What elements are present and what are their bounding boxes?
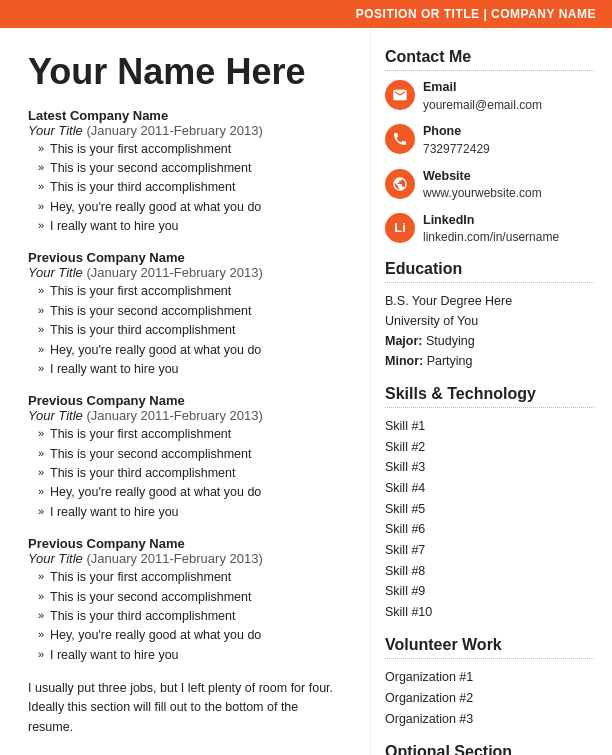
skill-item-8: Skill #9 [385,581,594,602]
skill-item-2: Skill #3 [385,457,594,478]
education-title: Education [385,260,594,278]
contact-value-3: linkedin.com/in/username [423,229,559,246]
contact-details-0: Emailyouremail@email.com [423,79,542,113]
accomplishment-2-2: This is your third accomplishment [40,464,346,483]
accomplishments-1: This is your first accomplishmentThis is… [28,282,346,379]
volunteer-item-1: Organization #2 [385,688,594,709]
education-divider [385,282,594,283]
accomplishment-0-2: This is your third accomplishment [40,178,346,197]
job-date-1: (January 2011-February 2013) [83,265,263,280]
job-title-2: Your Title [28,408,83,423]
job-date-0: (January 2011-February 2013) [83,123,263,138]
contact-item-0: Emailyouremail@email.com [385,79,594,113]
contact-divider [385,70,594,71]
phone-icon [385,124,415,154]
top-bar: POSITION OR TITLE | COMPANY NAME [0,0,612,28]
skill-item-9: Skill #10 [385,602,594,623]
accomplishment-3-3: Hey, you're really good at what you do [40,626,346,645]
job-title-line-0: Your Title (January 2011-February 2013) [28,123,346,138]
linkedin-icon: Li [385,213,415,243]
contact-item-3: LiLinkedInlinkedin.com/in/username [385,212,594,246]
job-title-0: Your Title [28,123,83,138]
contact-details-2: Websitewww.yourwebsite.com [423,168,542,202]
edu-degree: B.S. Your Degree Here [385,291,594,311]
job-title-line-3: Your Title (January 2011-February 2013) [28,551,346,566]
contact-label-2: Website [423,168,542,186]
job-section-0: Latest Company NameYour Title (January 2… [28,108,346,237]
accomplishment-2-3: Hey, you're really good at what you do [40,483,346,502]
accomplishment-2-1: This is your second accomplishment [40,445,346,464]
job-section-1: Previous Company NameYour Title (January… [28,250,346,379]
job-title-3: Your Title [28,551,83,566]
skill-item-4: Skill #5 [385,499,594,520]
skills-title: Skills & Technology [385,385,594,403]
job-section-3: Previous Company NameYour Title (January… [28,536,346,665]
contact-details-3: LinkedInlinkedin.com/in/username [423,212,559,246]
volunteer-list: Organization #1Organization #2Organizati… [385,667,594,729]
job-section-2: Previous Company NameYour Title (January… [28,393,346,522]
contact-details-1: Phone7329772429 [423,123,490,157]
edu-major-label: Major: [385,334,423,348]
company-name-0: Latest Company Name [28,108,346,123]
contact-title: Contact Me [385,48,594,66]
volunteer-title: Volunteer Work [385,636,594,654]
contact-item-2: Websitewww.yourwebsite.com [385,168,594,202]
contact-item-1: Phone7329772429 [385,123,594,157]
company-name-2: Previous Company Name [28,393,346,408]
top-bar-title: POSITION OR TITLE | COMPANY NAME [356,7,596,21]
job-date-2: (January 2011-February 2013) [83,408,263,423]
edu-minor-value: Partying [427,354,473,368]
skill-item-7: Skill #8 [385,561,594,582]
accomplishment-2-4: I really want to hire you [40,503,346,522]
contact-value-0: youremail@email.com [423,97,542,114]
optional-title: Optional Section [385,743,594,755]
accomplishment-1-1: This is your second accomplishment [40,302,346,321]
skill-item-0: Skill #1 [385,416,594,437]
skills-divider [385,407,594,408]
accomplishment-0-3: Hey, you're really good at what you do [40,198,346,217]
web-icon [385,169,415,199]
contact-label-1: Phone [423,123,490,141]
company-name-3: Previous Company Name [28,536,346,551]
contact-container: Emailyouremail@email.comPhone7329772429W… [385,79,594,246]
accomplishment-0-1: This is your second accomplishment [40,159,346,178]
accomplishments-0: This is your first accomplishmentThis is… [28,140,346,237]
jobs-container: Latest Company NameYour Title (January 2… [28,108,346,666]
accomplishment-3-0: This is your first accomplishment [40,568,346,587]
volunteer-divider [385,658,594,659]
left-column: Your Name Here Latest Company NameYour T… [0,28,370,755]
accomplishment-1-0: This is your first accomplishment [40,282,346,301]
volunteer-item-2: Organization #3 [385,709,594,730]
edu-major-value: Studying [426,334,475,348]
accomplishments-3: This is your first accomplishmentThis is… [28,568,346,665]
position-label: POSITION OR TITLE | [356,7,491,21]
accomplishment-3-1: This is your second accomplishment [40,588,346,607]
contact-label-0: Email [423,79,542,97]
email-icon [385,80,415,110]
resume-name: Your Name Here [28,52,346,92]
accomplishment-3-2: This is your third accomplishment [40,607,346,626]
job-title-1: Your Title [28,265,83,280]
company-name-1: Previous Company Name [28,250,346,265]
accomplishment-1-4: I really want to hire you [40,360,346,379]
main-layout: Your Name Here Latest Company NameYour T… [0,28,612,755]
accomplishment-0-4: I really want to hire you [40,217,346,236]
accomplishment-1-2: This is your third accomplishment [40,321,346,340]
footer-text: I usually put three jobs, but I left ple… [28,679,346,755]
skills-list: Skill #1Skill #2Skill #3Skill #4Skill #5… [385,416,594,622]
edu-minor-label: Minor: [385,354,423,368]
right-column: Contact Me Emailyouremail@email.comPhone… [370,28,612,755]
skill-item-1: Skill #2 [385,437,594,458]
accomplishment-1-3: Hey, you're really good at what you do [40,341,346,360]
volunteer-item-0: Organization #1 [385,667,594,688]
linkedin-text: Li [394,220,406,235]
accomplishment-3-4: I really want to hire you [40,646,346,665]
edu-university: University of You [385,311,594,331]
contact-value-1: 7329772429 [423,141,490,158]
skill-item-5: Skill #6 [385,519,594,540]
contact-value-2: www.yourwebsite.com [423,185,542,202]
job-title-line-1: Your Title (January 2011-February 2013) [28,265,346,280]
job-title-line-2: Your Title (January 2011-February 2013) [28,408,346,423]
skill-item-3: Skill #4 [385,478,594,499]
contact-label-3: LinkedIn [423,212,559,230]
